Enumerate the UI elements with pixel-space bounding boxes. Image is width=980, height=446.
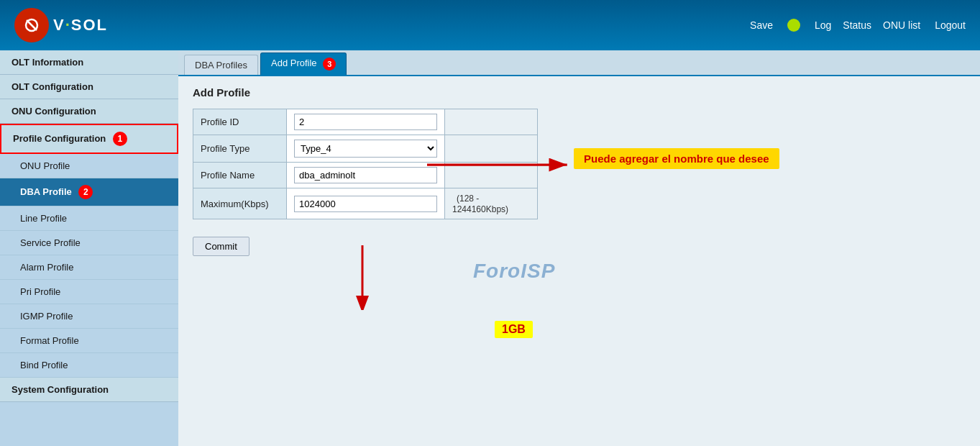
sidebar-item-onu-profile[interactable]: ONU Profile <box>0 154 178 178</box>
annotation-container: Profile ID Profile Type Type_1 <box>193 109 883 256</box>
maximum-label: Maximum(Kbps) <box>193 188 287 219</box>
profile-id-input-cell <box>287 109 445 135</box>
page-content: Add Profile Profile ID Pro <box>178 76 980 446</box>
sidebar-item-igmp-profile[interactable]: IGMP Profile <box>0 304 178 329</box>
sidebar-item-system-configuration[interactable]: System Configuration <box>0 378 178 402</box>
save-label[interactable]: Save <box>750 19 773 31</box>
log-link[interactable]: Log <box>815 19 831 31</box>
sidebar-item-olt-configuration[interactable]: OLT Configuration <box>0 75 178 99</box>
arrow-right-svg <box>427 156 571 172</box>
tab-bar: DBA Profiles Add Profile 3 <box>178 50 980 76</box>
form-wrapper: Profile ID Profile Type Type_1 <box>193 109 883 256</box>
profile-name-label: Profile Name <box>193 163 287 188</box>
sidebar-item-dba-profile[interactable]: DBA Profile 2 <box>0 178 178 206</box>
sidebar-item-alarm-profile[interactable]: Alarm Profile <box>0 255 178 280</box>
commit-button[interactable]: Commit <box>193 237 249 256</box>
maximum-input-cell <box>287 188 445 219</box>
arrow-down-svg <box>354 245 370 310</box>
onegb-label: 1GB <box>495 321 533 338</box>
header: V·SOL Save Log Status ONU list Logout <box>0 0 980 50</box>
main-layout: OLT Information OLT Configuration ONU Co… <box>0 50 980 446</box>
sidebar-item-line-profile[interactable]: Line Profile <box>0 206 178 231</box>
profile-type-select-cell: Type_1 Type_2 Type_3 Type_4 Type_5 <box>287 135 445 163</box>
status-link[interactable]: Status <box>843 19 871 31</box>
maximum-range: (128 - 1244160Kbps) <box>445 188 538 219</box>
tab-add-profile[interactable]: Add Profile 3 <box>260 53 347 75</box>
content-area: DBA Profiles Add Profile 3 Add Profile P… <box>178 50 980 446</box>
sidebar-item-pri-profile[interactable]: Pri Profile <box>0 280 178 304</box>
profile-name-input-cell <box>287 163 445 188</box>
add-profile-tab-badge: 3 <box>323 58 336 70</box>
foroISP-watermark: ForoISP <box>473 260 555 283</box>
logo-area: V·SOL <box>14 8 193 42</box>
maximum-row: Maximum(Kbps) (128 - 1244160Kbps) <box>193 188 538 219</box>
maximum-input[interactable] <box>294 196 437 212</box>
header-nav: Log Status ONU list <box>815 19 920 31</box>
logout-button[interactable]: Logout <box>935 19 966 31</box>
sidebar-item-format-profile[interactable]: Format Profile <box>0 329 178 353</box>
sidebar-item-bind-profile[interactable]: Bind Profile <box>0 353 178 378</box>
vsol-logo: V·SOL <box>14 8 108 42</box>
profile-id-input[interactable] <box>294 114 437 130</box>
profile-id-extra <box>445 109 538 135</box>
profile-config-badge: 1 <box>113 132 127 146</box>
sidebar-item-profile-configuration[interactable]: Profile Configuration 1 <box>0 124 178 154</box>
status-indicator <box>787 19 800 32</box>
profile-id-row: Profile ID <box>193 109 538 135</box>
sidebar: OLT Information OLT Configuration ONU Co… <box>0 50 178 446</box>
onu-list-link[interactable]: ONU list <box>883 19 920 31</box>
dba-profile-badge: 2 <box>78 185 93 199</box>
profile-name-input[interactable] <box>294 167 437 183</box>
page-title: Add Profile <box>193 86 966 99</box>
profile-type-label: Profile Type <box>193 135 287 163</box>
header-right: Save Log Status ONU list Logout <box>193 19 966 32</box>
profile-type-select[interactable]: Type_1 Type_2 Type_3 Type_4 Type_5 <box>294 140 437 158</box>
sidebar-item-onu-configuration[interactable]: ONU Configuration <box>0 99 178 124</box>
profile-id-label: Profile ID <box>193 109 287 135</box>
tab-dba-profiles[interactable]: DBA Profiles <box>184 55 258 75</box>
sidebar-item-service-profile[interactable]: Service Profile <box>0 231 178 255</box>
sidebar-item-olt-information[interactable]: OLT Information <box>0 50 178 75</box>
vsol-icon <box>14 8 49 42</box>
vsol-brand-text: V·SOL <box>53 16 108 35</box>
callout-box: Puede agregar el nombre que desee <box>574 148 779 169</box>
